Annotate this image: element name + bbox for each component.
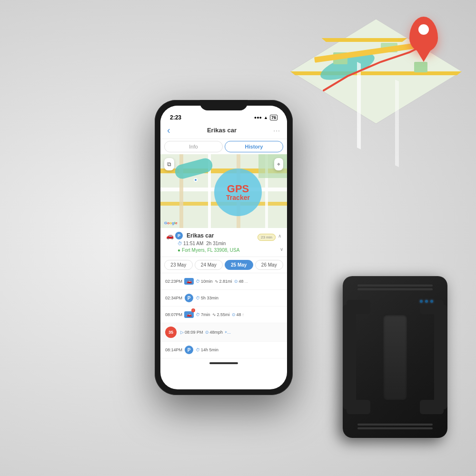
decorative-iso-map (286, 14, 466, 178)
row-4-duration: ⏱ 14h 5min (196, 347, 218, 352)
row-2-icon: 🚗 ! (184, 310, 194, 319)
speed-icon: ⊙ (234, 279, 238, 284)
history-list: 02:23PM 🚗 ⏱ 10min ∿ 2.81mi ⊙ 48 (160, 273, 287, 358)
date-btn-2[interactable]: 25 May (225, 260, 253, 270)
map-pin-icon (409, 17, 438, 52)
history-row-1[interactable]: 02:34PM P ⏱ 5h 33min (160, 290, 287, 307)
row-2-duration: ⏱ 7min (196, 312, 210, 317)
clock-icon: ⏱ (196, 279, 200, 284)
back-button[interactable]: ‹ (167, 125, 170, 136)
row-0-icon: 🚗 (184, 277, 194, 286)
navigate-icon: ⌖ (277, 161, 280, 168)
phone-mockup: 2:23 ●●● ▲ 76 ‹ Erikas car ··· Info (155, 100, 293, 395)
row-4-time: 08:14PM (165, 347, 182, 352)
parking-badge: P (175, 232, 183, 239)
device-leds (420, 300, 433, 303)
map-layers-button[interactable]: ⧉ (164, 158, 174, 170)
expand-icon[interactable]: ∧ (278, 233, 281, 238)
clock-icon-4: ⏱ (196, 347, 200, 352)
row-2-speed: ⊙ 48 ↑ (232, 312, 245, 317)
menu-button[interactable]: ··· (273, 127, 280, 134)
signal-icon: ●●● (254, 115, 262, 120)
led-2 (425, 300, 428, 303)
history-row-3[interactable]: 35 ▷ 08:09 PM ⊙ 48mph +... (160, 323, 287, 342)
collapse-icon[interactable]: ∨ (280, 244, 283, 253)
row-3-time: ▷ 08:09 PM (180, 330, 203, 335)
history-row-4[interactable]: 08:14PM P ⏱ 14h 5min (160, 342, 287, 358)
gps-label-main: GPS (227, 184, 249, 194)
wifi-icon: ▲ (264, 115, 268, 120)
row-1-duration: ⏱ 5h 33min (196, 296, 218, 300)
date-btn-1[interactable]: 24 May (195, 260, 223, 270)
phone-notch (200, 100, 248, 110)
row-4-icon: P (184, 345, 194, 355)
history-row-2[interactable]: 08:07PM 🚗 ! ⏱ 7min ∿ 2.55mi ⊙ (160, 307, 287, 323)
car-icon: 🚗 (166, 232, 174, 239)
map-view[interactable]: ⌖ ⧉ GPS Tracker Google (160, 154, 287, 228)
gps-label-sub: Tracker (226, 194, 250, 201)
row-3-speed: ⊙ 48mph (205, 330, 223, 335)
row-1-time: 02:34PM (165, 296, 182, 300)
svg-rect-5 (395, 79, 399, 167)
row-2-distance: ∿ 2.55mi (212, 312, 230, 317)
device-top-grip (353, 285, 437, 290)
row-0-time: 02:23PM (165, 279, 182, 284)
date-btn-0[interactable]: 23 May (164, 260, 193, 270)
gps-brand-overlay: GPS Tracker (214, 169, 262, 216)
home-indicator (160, 358, 287, 368)
visit-duration: 2h 31min (206, 241, 226, 246)
more-button[interactable]: +... (225, 330, 231, 335)
page-title: Erikas car (207, 127, 237, 134)
svg-rect-8 (414, 62, 427, 72)
map-navigate-button[interactable]: ⌖ (274, 158, 283, 170)
speed-icon-3: ⊙ (205, 330, 209, 335)
park-icon-2: P (185, 346, 193, 354)
row-0-speed: ⊙ 48 ... (234, 279, 248, 284)
date-selector: 23 May 24 May 25 May 26 May (160, 257, 287, 273)
time-badge: 23 min (258, 232, 276, 240)
tab-history[interactable]: History (225, 141, 283, 152)
row-1-icon: P (184, 293, 194, 303)
visit-time: ⏱ 11:51 AM (178, 241, 203, 246)
row-2-time: 08:07PM (165, 312, 182, 317)
led-1 (420, 300, 423, 303)
row-0-duration: ⏱ 10min (196, 279, 213, 284)
svg-marker-1 (290, 71, 462, 75)
tab-info[interactable]: Info (164, 141, 223, 152)
speed-icon-2: ⊙ (232, 312, 236, 317)
drive-icon-notif: 🚗 (184, 311, 194, 318)
speed-alert-badge: 35 (165, 327, 177, 338)
vehicle-info-panel: 🚗 P Erikas car ∧ ⏱ 11:51 AM 2h 31min (160, 228, 287, 257)
tab-bar: Info History (160, 139, 287, 154)
app-header: ‹ Erikas car ··· (160, 123, 287, 139)
clock-icon-2: ⏱ (196, 312, 200, 317)
phone-screen: 2:23 ●●● ▲ 76 ‹ Erikas car ··· Info (160, 106, 287, 389)
date-btn-3[interactable]: 26 May (255, 260, 284, 270)
notification-badge: ! (191, 308, 195, 312)
svg-marker-2 (321, 38, 407, 42)
clock-icon-1: ⏱ (196, 296, 200, 300)
status-time: 2:23 (170, 114, 181, 121)
svg-rect-4 (357, 62, 361, 149)
gps-device (343, 276, 447, 438)
layers-icon: ⧉ (167, 161, 171, 168)
google-logo: Google (164, 221, 178, 225)
battery-icon: 76 (270, 115, 278, 120)
drive-icon: 🚗 (184, 278, 194, 285)
row-0-distance: ∿ 2.81mi (215, 279, 232, 284)
device-center-rail (383, 314, 407, 400)
history-row-0[interactable]: 02:23PM 🚗 ⏱ 10min ∿ 2.81mi ⊙ 48 (160, 273, 287, 290)
status-icons: ●●● ▲ 76 (254, 115, 278, 120)
play-icon: ▷ (180, 330, 184, 335)
device-bottom-grip (353, 424, 437, 429)
park-icon: P (185, 294, 193, 302)
visit-location: ● Fort Myers, FL 33908, USA (178, 248, 281, 253)
led-3 (430, 300, 433, 303)
